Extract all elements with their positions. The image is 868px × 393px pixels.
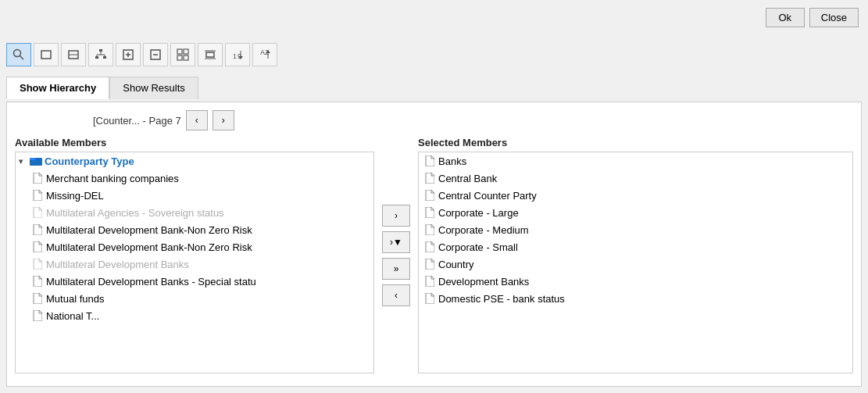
selected-item-corporate-large-label: Corporate - Large	[438, 207, 519, 219]
svg-point-0	[14, 50, 21, 57]
tree-item-multilateral-nonzero1[interactable]: Multilateral Development Bank-Non Zero R…	[16, 221, 373, 238]
selected-item-domestic-pse[interactable]: Domestic PSE - bank status	[419, 290, 852, 307]
doc-icon-multilateral-special	[31, 275, 44, 288]
selected-item-country[interactable]: Country	[419, 255, 852, 273]
expand-icon	[177, 48, 189, 61]
selected-item-corporate-small[interactable]: Corporate - Small	[419, 238, 852, 255]
doc-icon-domestic-pse	[423, 292, 436, 305]
tree-item-mutual-funds[interactable]: Mutual funds	[16, 290, 373, 307]
tree-item-multilateral-special[interactable]: Multilateral Development Banks - Special…	[16, 273, 373, 290]
move-left-button[interactable]: ‹	[382, 284, 410, 306]
tab-show-hierarchy[interactable]: Show Hierarchy	[6, 77, 109, 99]
tool-rect2-button[interactable]	[61, 43, 86, 66]
doc-icon-development-banks	[423, 275, 436, 288]
tool-rect-button[interactable]	[34, 43, 59, 66]
rect2-icon	[67, 48, 80, 61]
svg-rect-17	[177, 49, 182, 54]
selected-item-corporate-small-label: Corporate - Small	[438, 241, 518, 253]
selected-members-header: Selected Members	[418, 137, 853, 148]
move-buttons-group: › ›▼ » ‹	[374, 137, 418, 373]
available-members-header: Available Members	[15, 137, 374, 148]
selected-item-development-banks[interactable]: Development Banks	[419, 273, 852, 290]
selected-item-banks[interactable]: Banks	[419, 152, 852, 170]
search-tool-button[interactable]	[6, 43, 31, 66]
svg-rect-2	[41, 51, 51, 59]
doc-icon-corporate-small	[423, 241, 436, 253]
selected-item-central-counter-party-label: Central Counter Party	[438, 190, 537, 202]
svg-rect-5	[99, 49, 102, 52]
tool-collapse-button[interactable]	[198, 43, 223, 66]
tree-item-multilateral-special-label: Multilateral Development Banks - Special…	[46, 276, 256, 288]
add-icon	[122, 48, 134, 61]
svg-rect-33	[30, 158, 35, 160]
page-label: [Counter... - Page 7	[93, 115, 181, 127]
svg-rect-19	[177, 55, 182, 60]
search-icon	[13, 48, 25, 61]
doc-icon-central-counter-party	[423, 189, 436, 202]
toolbar: 1 9 A Z	[6, 43, 277, 66]
doc-icon-corporate-medium	[423, 223, 436, 236]
tool-add-button[interactable]	[116, 43, 141, 66]
remove-icon	[149, 48, 162, 61]
doc-icon-multilateral-nz2	[31, 241, 44, 253]
sort-asc-icon: 1 9	[231, 48, 244, 61]
ok-button[interactable]: Ok	[766, 8, 805, 27]
close-button[interactable]: Close	[809, 8, 859, 27]
selected-item-corporate-medium[interactable]: Corporate - Medium	[419, 221, 852, 238]
page-prev-button[interactable]: ‹	[186, 110, 208, 130]
tool-expand-button[interactable]	[170, 43, 195, 66]
sort-desc-icon: A Z	[259, 48, 271, 61]
doc-icon-corporate-large	[423, 206, 436, 219]
tab-show-results[interactable]: Show Results	[109, 77, 198, 99]
doc-icon-multilateral-sov	[31, 206, 44, 219]
move-right-down-button[interactable]: ›▼	[382, 231, 410, 253]
rect-icon	[40, 48, 52, 61]
tool-sort-desc-button[interactable]: A Z	[252, 43, 277, 66]
selected-item-banks-label: Banks	[438, 155, 466, 167]
svg-rect-7	[103, 56, 106, 59]
doc-icon-multilateral-banks	[31, 258, 44, 270]
tool-sort-asc-button[interactable]: 1 9	[225, 43, 250, 66]
selected-item-development-banks-label: Development Banks	[438, 276, 529, 288]
move-right-button[interactable]: ›	[382, 205, 410, 227]
selected-item-domestic-pse-label: Domestic PSE - bank status	[438, 293, 565, 305]
tab-bar: Show Hierarchy Show Results	[6, 77, 198, 99]
tool-remove-button[interactable]	[143, 43, 168, 66]
tree-item-multilateral-nz2-label: Multilateral Development Bank-Non Zero R…	[46, 241, 252, 253]
tree-item-multilateral-sov-label: Multilateral Agencies - Sovereign status	[46, 207, 224, 219]
tree-item-multilateral-nonzero2[interactable]: Multilateral Development Bank-Non Zero R…	[16, 238, 373, 255]
selected-item-central-counter-party[interactable]: Central Counter Party	[419, 187, 852, 204]
page-next-button[interactable]: ›	[213, 110, 234, 130]
tree-item-merchant-label: Merchant banking companies	[46, 173, 179, 184]
tree-item-missing[interactable]: Missing-DEL	[16, 187, 373, 204]
main-content: [Counter... - Page 7 ‹ › Available Membe…	[6, 102, 862, 387]
selected-item-corporate-large[interactable]: Corporate - Large	[419, 204, 852, 221]
selected-item-central-bank[interactable]: Central Bank	[419, 170, 852, 187]
folder-icon	[30, 155, 42, 167]
tree-item-multilateral-sov[interactable]: Multilateral Agencies - Sovereign status	[16, 204, 373, 221]
expand-icon: ▾	[19, 157, 28, 166]
tree-item-multilateral-banks[interactable]: Multilateral Development Banks	[16, 255, 373, 273]
tree-item-missing-label: Missing-DEL	[46, 190, 104, 202]
svg-line-1	[20, 56, 24, 60]
tree-item-national[interactable]: National T...	[16, 307, 373, 324]
tree-item-multilateral-nz1-label: Multilateral Development Bank-Non Zero R…	[46, 224, 252, 236]
doc-icon-banks	[423, 155, 436, 167]
selected-item-central-bank-label: Central Bank	[438, 173, 497, 184]
tree-item-merchant[interactable]: Merchant banking companies	[16, 170, 373, 187]
tree-item-root-label: Counterparty Type	[45, 155, 134, 167]
svg-rect-18	[184, 49, 188, 54]
move-all-right-button[interactable]: »	[382, 258, 410, 280]
doc-icon-central-bank	[423, 172, 436, 184]
selected-item-country-label: Country	[438, 259, 474, 270]
hierarchy-icon	[95, 48, 107, 61]
doc-icon-mutual-funds	[31, 292, 44, 305]
selected-members-list[interactable]: Banks Central Bank	[418, 152, 853, 373]
tool-hierarchy-button[interactable]	[88, 43, 113, 66]
available-members-list[interactable]: ▾ Counterparty Type	[15, 152, 374, 373]
doc-icon-multilateral-nz1	[31, 223, 44, 236]
svg-text:1: 1	[233, 52, 237, 60]
svg-rect-21	[206, 52, 214, 57]
tree-item-root[interactable]: ▾ Counterparty Type	[16, 152, 373, 170]
tree-item-multilateral-banks-label: Multilateral Development Banks	[46, 259, 189, 270]
